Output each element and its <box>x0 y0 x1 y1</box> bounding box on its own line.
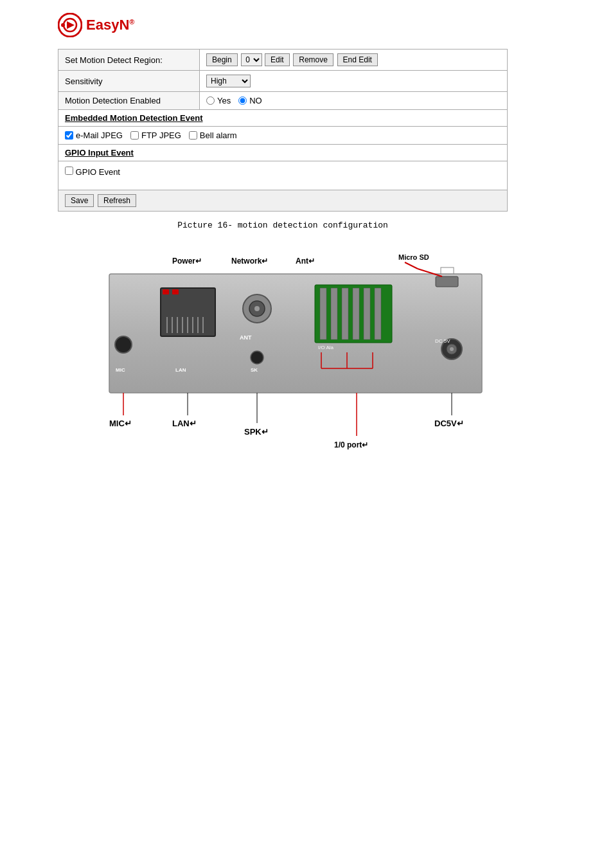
check-email[interactable] <box>65 131 73 140</box>
gpio-section-title: GPIO Input Event <box>58 145 508 161</box>
sensitivity-select[interactable]: High Medium Low <box>206 75 251 87</box>
label-spk-bottom: SPK↵ <box>244 427 269 437</box>
table-row-gpio-title: GPIO Input Event <box>58 145 508 161</box>
easyn-logo-icon <box>58 13 82 37</box>
check-bell-label[interactable]: Bell alarm <box>189 131 237 140</box>
label-mic-bottom: MIC↵ <box>109 419 132 428</box>
check-bell[interactable] <box>189 131 197 140</box>
lan-led-red2 <box>172 289 179 294</box>
lan-led-red <box>163 289 169 294</box>
io-device-label: I/O Ala <box>318 345 334 350</box>
gpio-pin3 <box>342 288 348 339</box>
table-row-sensitivity: Sensitivity High Medium Low <box>58 71 508 92</box>
edit-button[interactable]: Edit <box>265 53 290 66</box>
embedded-check-group: e-Mail JPEG FTP JPEG Bell alarm <box>65 131 501 140</box>
controls-region: Begin 0 Edit Remove End Edit <box>200 50 508 71</box>
arrow-microsd2 <box>405 262 418 269</box>
ant-device-label: ANT <box>240 334 252 341</box>
check-ftp-label[interactable]: FTP JPEG <box>130 131 181 140</box>
label-sensitivity: Sensitivity <box>58 71 200 92</box>
region-select[interactable]: 0 <box>241 53 262 66</box>
microsd-label: Micro SD <box>398 253 429 261</box>
label-motion-enabled: Motion Detection Enabled <box>58 92 200 110</box>
ant-center <box>254 306 260 311</box>
gpio-pin5 <box>364 288 370 339</box>
dc-device-label1: DC 5V <box>435 338 450 344</box>
lan-device-text: LAN <box>175 367 186 373</box>
hardware-diagram: Power↵ Network↵ Ant↵ <box>77 249 488 468</box>
table-row-embedded-checks: e-Mail JPEG FTP JPEG Bell alarm <box>58 127 508 145</box>
controls-motion-enabled: Yes NO <box>200 92 508 110</box>
hardware-section: Power↵ Network↵ Ant↵ <box>58 249 508 468</box>
label-lan-bottom: LAN↵ <box>172 419 197 428</box>
mic-hole <box>115 336 132 353</box>
controls-sensitivity: High Medium Low <box>200 71 508 92</box>
end-edit-button[interactable]: End Edit <box>337 53 378 66</box>
remove-button[interactable]: Remove <box>293 53 333 66</box>
table-row-actions: Save Refresh <box>58 190 508 212</box>
logo-area: EasyN® <box>58 13 587 37</box>
dc-port-center <box>450 347 454 351</box>
check-ftp[interactable] <box>130 131 139 140</box>
embedded-checkboxes-cell: e-Mail JPEG FTP JPEG Bell alarm <box>58 127 508 145</box>
svg-point-3 <box>61 23 65 27</box>
gpio-pin1 <box>320 288 326 339</box>
table-row-motion-enabled: Motion Detection Enabled Yes NO <box>58 92 508 110</box>
mic-device-text: MIC <box>116 367 125 373</box>
action-buttons-cell: Save Refresh <box>58 190 508 212</box>
table-row-embedded-title: Embedded Motion Detection Event <box>58 110 508 127</box>
refresh-button[interactable]: Refresh <box>98 194 136 207</box>
table-row-gpio-checks: GPIO Event <box>58 161 508 190</box>
table-row-region: Set Motion Detect Region: Begin 0 Edit R… <box>58 50 508 71</box>
check-email-label[interactable]: e-Mail JPEG <box>65 131 123 140</box>
gpio-checkboxes-cell: GPIO Event <box>58 161 508 190</box>
begin-button[interactable]: Begin <box>206 53 238 66</box>
radio-yes[interactable] <box>206 96 215 105</box>
picture-caption: Picture 16- motion detection configurati… <box>58 221 508 230</box>
hardware-svg: Power↵ Network↵ Ant↵ <box>77 249 488 468</box>
check-gpio-label[interactable]: GPIO Event <box>65 167 120 177</box>
label-network: Network↵ <box>231 257 268 266</box>
svg-marker-2 <box>67 21 75 29</box>
radio-no[interactable] <box>238 96 247 105</box>
label-io-bottom: 1/0 port↵ <box>334 440 368 449</box>
gpio-pin2 <box>331 288 337 339</box>
radio-no-label[interactable]: NO <box>238 96 262 105</box>
check-gpio[interactable] <box>65 167 73 175</box>
label-region: Set Motion Detect Region: <box>58 50 200 71</box>
logo-text: EasyN® <box>86 17 134 33</box>
embedded-section-title: Embedded Motion Detection Event <box>58 110 508 127</box>
config-table: Set Motion Detect Region: Begin 0 Edit R… <box>58 49 508 212</box>
motion-radio-group: Yes NO <box>206 96 501 105</box>
label-power: Power↵ <box>172 257 202 266</box>
gpio-pin6 <box>375 288 381 339</box>
microsd-slot <box>436 276 458 287</box>
radio-yes-label[interactable]: Yes <box>206 96 231 105</box>
save-button[interactable]: Save <box>65 194 94 207</box>
label-ant: Ant↵ <box>296 257 315 266</box>
sk-device-text: SK <box>251 367 258 373</box>
gpio-pin4 <box>353 288 359 339</box>
spk-hole <box>251 351 263 364</box>
label-dc-bottom: DC5V↵ <box>434 419 464 428</box>
